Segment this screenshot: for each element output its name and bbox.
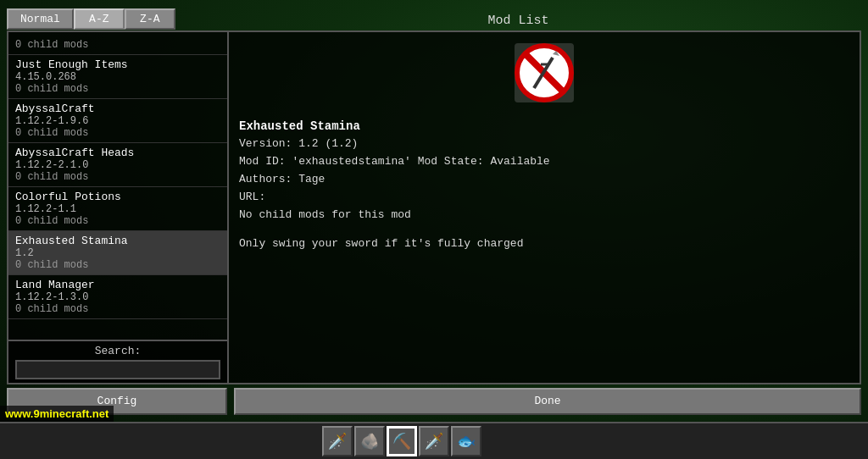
list-item[interactable]: 0 child mods <box>8 36 227 55</box>
hotbar-slot-0: 🗡️ <box>322 426 353 456</box>
mod-description: Only swing your sword if it's fully char… <box>239 237 849 250</box>
detail-children: No child mods for this mod <box>239 207 849 224</box>
detail-mod-id: Mod ID: 'exhaustedstamina' Mod State: Av… <box>239 153 849 171</box>
detail-authors: Authors: Tage <box>239 171 849 189</box>
hotbar: 🗡️ 🪨 ⛏️ 🗡️ 🐟 <box>0 422 868 459</box>
sort-az-button[interactable]: A-Z <box>74 8 125 30</box>
mod-icon <box>510 39 578 107</box>
hotbar-slot-1: 🪨 <box>354 426 385 456</box>
list-item-selected[interactable]: Exhausted Stamina 1.2 0 child mods <box>8 231 227 275</box>
detail-mod-name: Exhausted Stamina <box>239 117 849 135</box>
mod-detail-text: Exhausted Stamina Version: 1.2 (1.2) Mod… <box>239 117 849 224</box>
left-panel: 0 child mods Just Enough Items 4.15.0.26… <box>8 32 229 383</box>
detail-url: URL: <box>239 189 849 207</box>
detail-version: Version: 1.2 (1.2) <box>239 135 849 153</box>
mod-list[interactable]: 0 child mods Just Enough Items 4.15.0.26… <box>8 32 227 340</box>
content-area: 0 child mods Just Enough Items 4.15.0.26… <box>7 30 861 384</box>
right-panel: Exhausted Stamina Version: 1.2 (1.2) Mod… <box>229 32 860 383</box>
list-item[interactable]: AbyssalCraft Heads 1.12.2-2.1.0 0 child … <box>8 143 227 187</box>
list-item[interactable]: Colorful Potions 1.12.2-1.1 0 child mods <box>8 187 227 231</box>
bottom-buttons: Config Done <box>7 388 861 415</box>
list-item[interactable]: Just Enough Items 4.15.0.268 0 child mod… <box>8 55 227 99</box>
panel-title: Mod List <box>175 10 861 28</box>
hotbar-slot-3: 🗡️ <box>419 426 449 456</box>
watermark: www.9minecraft.net <box>0 406 114 422</box>
done-button[interactable]: Done <box>234 388 861 415</box>
list-item[interactable]: AbyssalCraft 1.12.2-1.9.6 0 child mods <box>8 99 227 143</box>
sort-normal-button[interactable]: Normal <box>7 8 74 30</box>
mod-panel: Normal A-Z Z-A Mod List 0 child mods Jus… <box>7 7 861 415</box>
sort-row: Normal A-Z Z-A Mod List <box>7 7 861 30</box>
search-area: Search: <box>8 340 227 383</box>
search-label: Search: <box>15 345 220 357</box>
hotbar-slot-4: 🐟 <box>451 426 481 456</box>
search-input[interactable] <box>15 360 220 379</box>
sort-za-button[interactable]: Z-A <box>125 8 175 30</box>
mod-icon-area <box>239 39 849 107</box>
hotbar-slot-2: ⛏️ <box>387 426 417 456</box>
list-item[interactable]: Land Manager 1.12.2-1.3.0 0 child mods <box>8 275 227 319</box>
